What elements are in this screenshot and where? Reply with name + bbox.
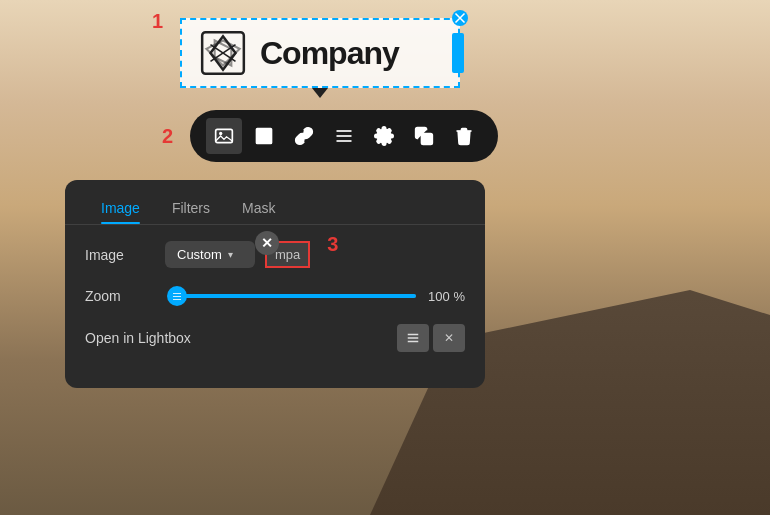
step-badge-3: 3	[327, 233, 338, 256]
preview-text: mpa	[275, 247, 300, 262]
close-preview-button[interactable]: ✕	[255, 231, 279, 255]
tab-filters[interactable]: Filters	[156, 192, 226, 224]
selected-element-wrapper: 1 Company	[180, 18, 460, 98]
company-name: Company	[260, 35, 399, 72]
svg-rect-3	[216, 129, 233, 142]
panel-tabs: Image Filters Mask	[65, 180, 485, 225]
image-panel: Image Filters Mask Image Custom ▾ ✕ mpa …	[65, 180, 485, 388]
lightbox-toggle: ✕	[397, 324, 465, 352]
dropdown-value: Custom	[177, 247, 222, 262]
lightbox-option-lines[interactable]	[397, 324, 429, 352]
resize-handle-right[interactable]	[452, 33, 464, 73]
toolbar-image-button[interactable]	[206, 118, 242, 154]
image-preview-box: ✕ mpa 3	[265, 241, 310, 268]
zoom-slider-fill	[177, 294, 416, 298]
tab-image[interactable]: Image	[85, 192, 156, 224]
panel-content: Image Custom ▾ ✕ mpa 3 Zoom	[65, 225, 485, 388]
lightbox-label: Open in Lightbox	[85, 330, 191, 346]
company-logo-icon	[198, 28, 248, 78]
image-label: Image	[85, 247, 165, 263]
step-badge-1: 1	[152, 10, 163, 33]
toolbar: 2	[190, 110, 498, 162]
selected-element: 1 Company	[180, 18, 460, 88]
toolbar-settings-button[interactable]	[366, 118, 402, 154]
zoom-slider[interactable]	[177, 294, 416, 298]
toolbar-link-button[interactable]	[286, 118, 322, 154]
svg-point-4	[219, 132, 222, 135]
zoom-value: 100 %	[428, 289, 465, 304]
dropdown-arrow-icon: ▾	[228, 249, 233, 260]
lightbox-option-x[interactable]: ✕	[433, 324, 465, 352]
image-dropdown[interactable]: Custom ▾	[165, 241, 255, 268]
toolbar-align-button[interactable]	[326, 118, 362, 154]
resize-handle-top[interactable]	[452, 10, 468, 26]
toolbar-delete-button[interactable]	[446, 118, 482, 154]
step-badge-2: 2	[162, 125, 173, 148]
zoom-slider-thumb[interactable]	[167, 286, 187, 306]
zoom-row: Zoom 100 %	[85, 288, 465, 304]
toolbar-frame-button[interactable]	[246, 118, 282, 154]
svg-rect-10	[422, 134, 433, 145]
tab-mask[interactable]: Mask	[226, 192, 291, 224]
image-row: Image Custom ▾ ✕ mpa 3	[85, 241, 465, 268]
svg-rect-5	[257, 129, 272, 144]
toolbar-pointer	[312, 88, 328, 98]
zoom-label: Zoom	[85, 288, 165, 304]
lightbox-row: Open in Lightbox ✕	[85, 324, 465, 352]
toolbar-duplicate-button[interactable]	[406, 118, 442, 154]
